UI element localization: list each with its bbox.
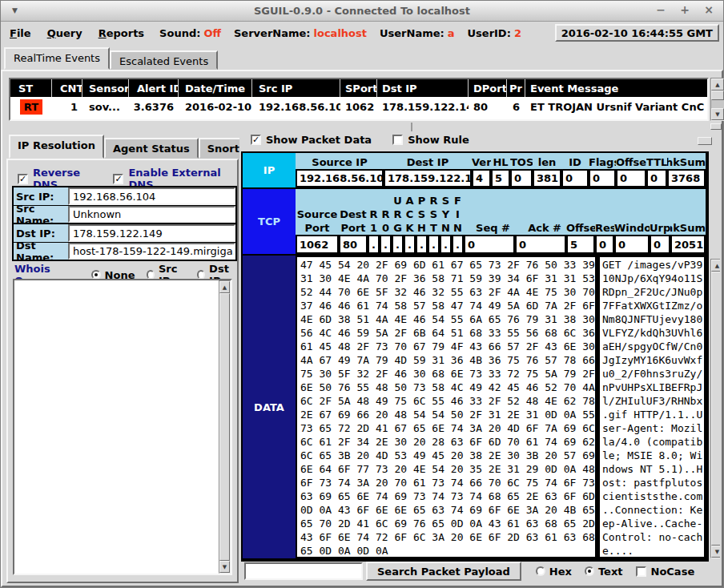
close-icon[interactable]: × — [702, 3, 715, 16]
whois-result-area[interactable] — [13, 279, 232, 575]
servername-value: localhost — [314, 27, 367, 39]
tab-snort-statistics[interactable]: Snort Stati — [199, 138, 239, 159]
ip-hdr-flags: Flags — [589, 155, 616, 169]
menu-query[interactable]: Query — [45, 26, 85, 41]
scroll-down-icon[interactable]: ▼ — [219, 561, 230, 573]
menu-reports[interactable]: Reports — [96, 26, 147, 41]
dst-name-label: Dst Name: — [14, 243, 68, 260]
ip-section-label: IP — [243, 153, 296, 187]
sound-status: Sound:Off — [159, 27, 221, 39]
ip-val-ttl: 0 — [646, 169, 667, 187]
tab-ip-resolution[interactable]: IP Resolution — [9, 135, 104, 159]
tcp-val-res: 0 — [595, 235, 614, 254]
tcp-val-window: 0 — [614, 235, 650, 254]
username-value: a — [448, 27, 455, 39]
left-tabbar: IP Resolution Agent Status Snort Stati — [9, 134, 239, 159]
scroll-up-icon[interactable]: ▲ — [711, 79, 724, 91]
ip-hdr-hl: HL — [491, 155, 510, 169]
src-name-field[interactable]: Unknown — [68, 206, 235, 223]
scroll-down-icon[interactable]: ▼ — [711, 108, 724, 120]
ip-val-chksum: 3768 — [667, 169, 706, 187]
scroll-up-icon[interactable]: ▲ — [711, 260, 720, 272]
ip-val-id: 0 — [561, 169, 589, 187]
tcp-hdr-offset: Offset — [566, 221, 595, 235]
nocase-label: NoCase — [651, 566, 695, 578]
col-cnt: CNT — [52, 79, 82, 97]
ip-hdr-id: ID — [561, 155, 589, 169]
tcp-hdr-chksum: ChkSum — [670, 221, 706, 235]
ip-hdr-ttl: TTL — [646, 155, 667, 169]
tcp-val-urg: . — [392, 235, 404, 254]
cell-alert-id: 3.6376 — [129, 97, 179, 116]
cell-datetime: 2016-02-10... — [179, 97, 252, 116]
maximize-icon[interactable]: + — [678, 3, 691, 16]
nocase-checkbox[interactable]: NoCase — [636, 566, 695, 578]
ip-val-offset: 0 — [616, 169, 646, 187]
ip-hdr-dest: Dest IP — [384, 155, 472, 169]
hex-radio[interactable]: Hex — [536, 566, 572, 578]
payload-search-input[interactable] — [244, 562, 363, 580]
scroll-up-icon[interactable]: ▲ — [219, 281, 230, 293]
tab-escalated-events[interactable]: Escalated Events — [110, 50, 218, 70]
payload-scrollbar[interactable]: ▲ ▼ — [710, 259, 720, 558]
cell-event-message: ET TROJAN Ursnif Variant CnC Beacon — [525, 97, 707, 116]
payload-search-row: Search Packet Payload Hex Text NoCase — [244, 562, 694, 581]
packet-detail-block: IP Source IP Dest IP Ver HL TOS len ID F… — [241, 151, 709, 562]
tcp-hdr-fin: F I N — [452, 194, 464, 235]
ip-val-len: 381 — [533, 169, 561, 187]
event-table-scrollbar[interactable]: ▲ ▼ — [710, 78, 724, 121]
whois-scrollbar[interactable]: ▲ ▼ — [219, 280, 231, 574]
search-packet-payload-button[interactable]: Search Packet Payload — [366, 562, 521, 581]
text-radio[interactable]: Text — [585, 566, 623, 578]
show-packet-data-checkbox[interactable]: ✓ Show Packet Data — [251, 134, 372, 146]
dst-name-field[interactable]: host-178-159-122-149.mirgiga.net — [68, 243, 235, 260]
tcp-hdr-sport: Source Port — [296, 207, 339, 235]
scroll-down-icon[interactable]: ▼ — [711, 546, 720, 558]
tcp-hdr-syn: S Y N — [440, 194, 452, 235]
tcp-val-sport: 1062 — [296, 235, 339, 254]
scroll-thumb[interactable] — [711, 272, 720, 546]
tab-agent-status[interactable]: Agent Status — [104, 138, 199, 159]
servername-status: ServerName:localhost — [234, 27, 367, 39]
col-st: ST — [10, 79, 52, 97]
packet-pane-grip[interactable] — [698, 137, 712, 145]
source-host-group: Src IP: 192.168.56.104 Src Name: Unknown — [12, 186, 237, 224]
ip-hdr-len: len — [533, 155, 561, 169]
scroll-thumb[interactable] — [711, 91, 724, 100]
status-badge: RT — [20, 99, 42, 115]
show-rule-label: Show Rule — [408, 134, 469, 146]
tcp-section-label: TCP — [243, 189, 296, 254]
menu-file[interactable]: File — [7, 26, 34, 41]
pane-sash-grip[interactable] — [710, 123, 722, 130]
ip-resolution-panel: ✓ Reverse DNS ✓ Enable External DNS Src … — [6, 159, 239, 583]
scroll-thumb[interactable] — [219, 293, 230, 561]
minimize-icon[interactable]: − — [654, 3, 667, 16]
cell-sport: 1062 — [340, 97, 377, 116]
tcp-val-offset: 5 — [566, 235, 595, 254]
tab-realtime-events[interactable]: RealTime Events — [4, 47, 110, 70]
menu-bar: File Query Reports Sound:Off ServerName:… — [1, 22, 723, 44]
tcp-val-urp: 0 — [650, 235, 670, 254]
dest-host-group: Dst IP: 178.159.122.149 Dst Name: host-1… — [12, 223, 237, 261]
cell-src-ip: 192.168.56.104 — [252, 97, 340, 116]
main-frame: ST CNT Sensor Alert ID Date/Time Src IP … — [1, 70, 723, 587]
check-icon: ✓ — [113, 174, 123, 184]
col-sensor: Sensor — [82, 79, 129, 97]
data-section: DATA 47 45 54 20 2F 69 6D 61 67 65 73 2F… — [243, 256, 707, 558]
event-row[interactable]: RT 1 sov... 3.6376 2016-02-10... 192.168… — [10, 97, 707, 116]
tcp-val-r1: . — [368, 235, 380, 254]
tcp-val-ack: . — [404, 235, 416, 254]
cell-pr: 6 — [507, 97, 525, 116]
cell-sensor: sov... — [82, 97, 129, 116]
clock: 2016-02-10 16:44:55 GMT — [555, 24, 719, 42]
dst-ip-field[interactable]: 178.159.122.149 — [68, 224, 235, 242]
src-ip-field[interactable]: 192.168.56.104 — [68, 187, 235, 205]
show-rule-checkbox[interactable]: Show Rule — [392, 134, 469, 146]
ascii-dump-text: GET /images/vP39 10NJp/6XqY94o11S RDpn_2… — [598, 256, 706, 558]
scroll-trough[interactable] — [711, 100, 724, 108]
text-radio-label: Text — [598, 566, 623, 578]
tcp-val-ackno: 0 — [515, 235, 566, 254]
ip-val-source: 192.168.56.104 — [296, 169, 384, 187]
window-title: SGUIL-0.9.0 - Connected To localhost — [1, 5, 723, 17]
tcp-hdr-ackno: Ack # — [515, 221, 566, 235]
